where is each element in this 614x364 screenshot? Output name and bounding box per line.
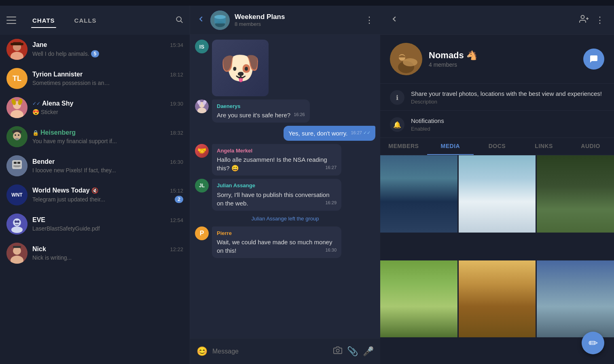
description-content: Share your travel photos, locations with…: [411, 89, 604, 105]
media-cell-1[interactable]: [380, 155, 457, 233]
chat-item-alena[interactable]: ✓✓ Alena Shy 19:30 😍 Sticker: [0, 93, 190, 122]
nav-tabs: CHATS CALLS: [23, 14, 169, 27]
svg-rect-24: [13, 165, 21, 167]
chat-name-jane: Jane: [32, 41, 47, 49]
mic-icon[interactable]: 🎤: [363, 346, 374, 357]
chat-time-tyrion: 18:12: [170, 72, 183, 78]
chat-header-info: Weekend Plans 8 members: [235, 13, 360, 27]
avatar-angela: 🤝: [195, 144, 209, 158]
chat-item-eve[interactable]: EVE 12:54 LaserBlastSafetyGuide.pdf: [0, 210, 190, 239]
msg-text-pierre: Wait, we could have made so much money o…: [217, 239, 332, 254]
group-members-count: 4 members: [429, 61, 477, 68]
media-img-4: [380, 260, 457, 338]
description-text: Share your travel photos, locations with…: [411, 89, 604, 98]
chat-preview-nick: Nick is writing...: [32, 254, 72, 261]
svg-rect-25: [15, 167, 19, 167]
tab-audio[interactable]: AUDIO: [567, 138, 614, 155]
svg-rect-34: [13, 246, 21, 248]
avatar-jane: [6, 39, 28, 60]
chat-preview-bender: I looove new Pixels! If fact, they...: [32, 167, 116, 174]
chat-time-alena: 19:30: [170, 101, 183, 107]
right-back-button[interactable]: [390, 15, 399, 26]
top-bar: [0, 0, 614, 6]
sticker-image: 🐶: [212, 40, 269, 96]
group-profile: Nomads 🐴 4 members: [380, 35, 614, 83]
media-cell-5[interactable]: [459, 260, 536, 338]
tab-links[interactable]: LINKS: [521, 138, 567, 155]
msg-time-julian: 16:29: [325, 200, 337, 206]
message-julian: JL Julian Assange Sorry, I'll have to pu…: [195, 179, 375, 210]
chat-preview-worldnews: Telegram just updated their...: [32, 196, 105, 203]
chat-name-nick: Nick: [32, 245, 46, 253]
msg-text-angela: Hallo alle zusammen! Is the NSA reading …: [217, 156, 327, 171]
bubble-julian: Julian Assange Sorry, I'll have to publi…: [212, 179, 341, 210]
chat-name-alena: Alena Shy: [42, 100, 73, 107]
notifications-content: Notifications Enabled: [411, 116, 604, 132]
message-outgoing: Yes, sure, don't worry. 16:27 ✓✓: [195, 126, 375, 141]
chat-item-jane[interactable]: Jane 15:34 Well I do help animals. 5: [0, 35, 190, 64]
tab-docs[interactable]: DOCS: [474, 138, 521, 155]
back-button[interactable]: [197, 15, 205, 26]
message-daenerys: Daenerys Are you sure it's safe here? 16…: [195, 99, 375, 123]
media-cell-3[interactable]: [537, 155, 614, 233]
media-img-1: [380, 155, 457, 233]
chat-list: Jane 15:34 Well I do help animals. 5 TL: [0, 35, 190, 364]
svg-rect-23: [17, 162, 20, 164]
message-input[interactable]: [212, 348, 328, 355]
messages-area: IS 🐶 Daenerys A: [190, 35, 380, 338]
group-name: Nomads 🐴: [429, 50, 477, 61]
tab-calls[interactable]: CALLS: [65, 14, 106, 27]
chat-group-avatar: [210, 11, 230, 30]
avatar-eve: [6, 214, 28, 235]
notifications-row[interactable]: 🔔 Notifications Enabled: [380, 110, 614, 138]
badge-worldnews: 2: [175, 196, 183, 203]
group-avatar: [390, 43, 422, 75]
tab-media[interactable]: MEDIA: [427, 138, 474, 155]
chat-name-tyrion: Tyrion Lannister: [32, 71, 83, 78]
chat-item-tyrion[interactable]: TL Tyrion Lannister 18:12 Sometimes poss…: [0, 64, 190, 93]
search-icon[interactable]: [175, 15, 183, 25]
chat-name-bender: Bender: [32, 158, 55, 165]
right-more-icon[interactable]: ⋮: [595, 15, 604, 25]
sender-name-pierre: Pierre: [217, 230, 337, 237]
svg-point-19: [18, 134, 19, 136]
chat-item-worldnews[interactable]: WNT World News Today 🔇 15:12 Telegram ju…: [0, 180, 190, 210]
chat-more-button[interactable]: ⋮: [365, 15, 374, 25]
media-cell-4[interactable]: [380, 260, 457, 338]
avatar-nick: [6, 243, 28, 264]
media-cell-2[interactable]: [459, 155, 536, 233]
chat-header: Weekend Plans 8 members ⋮: [190, 6, 380, 35]
media-tabs: MEMBERS MEDIA DOCS LINKS AUDIO: [380, 138, 614, 155]
message-angela: 🤝 Angela Merkel Hallo alle zusammen! Is …: [195, 144, 375, 176]
attach-icon[interactable]: 📎: [347, 346, 358, 357]
media-cell-6[interactable]: [537, 260, 614, 338]
chat-info-eve: EVE 12:54 LaserBlastSafetyGuide.pdf: [32, 216, 183, 232]
read-check: ✓✓: [363, 130, 371, 135]
chat-name-eve: EVE: [32, 216, 45, 224]
chat-time-heisenberg: 18:32: [170, 130, 183, 136]
chat-item-heisenberg[interactable]: 🔒 Heisenberg 18:32 You have my financial…: [0, 122, 190, 151]
chat-item-nick[interactable]: Nick 12:22 Nick is writing...: [0, 239, 190, 268]
add-member-icon[interactable]: [579, 14, 589, 26]
compose-button[interactable]: ✏: [582, 332, 604, 354]
avatar-julian: JL: [195, 179, 209, 193]
camera-icon[interactable]: [333, 346, 342, 357]
message-pierre: P Pierre Wait, we could have made so muc…: [195, 226, 375, 258]
svg-point-0: [176, 17, 181, 21]
hamburger-icon[interactable]: [6, 17, 16, 24]
chat-preview-eve: LaserBlastSafetyGuide.pdf: [32, 225, 100, 232]
sender-name-julian: Julian Assange: [217, 182, 337, 189]
right-header-actions: ⋮: [579, 14, 604, 26]
emoji-icon[interactable]: 😊: [197, 346, 207, 357]
tab-members[interactable]: MEMBERS: [380, 138, 427, 155]
bell-icon: 🔔: [390, 117, 404, 132]
tab-chats[interactable]: CHATS: [23, 14, 65, 27]
group-chat-button[interactable]: [583, 49, 604, 70]
svg-rect-7: [11, 43, 23, 45]
right-header: ⋮: [380, 6, 614, 35]
chat-item-bender[interactable]: Bender 16:30 I looove new Pixels! If fac…: [0, 151, 190, 180]
svg-line-1: [181, 21, 183, 23]
svg-point-28: [15, 220, 17, 223]
media-img-6: [537, 260, 614, 338]
avatar-tyrion: TL: [6, 68, 28, 89]
